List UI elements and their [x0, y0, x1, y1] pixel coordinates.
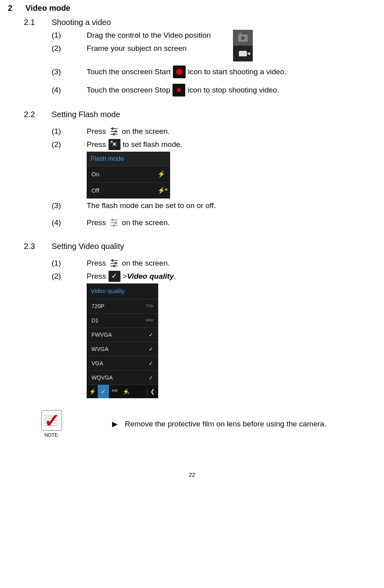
subsection-heading: 2.3 Setting Video quality	[8, 240, 376, 252]
vq-d1-row: D1480p	[87, 313, 158, 328]
camera-mode-toggle	[233, 30, 253, 62]
flash-off-icon: ⚡✕	[157, 186, 165, 195]
list-item: (1) Press on the screen.	[52, 258, 376, 269]
record-stop-icon	[173, 84, 185, 96]
vq-vga-row: VGA✓	[87, 356, 158, 370]
flash-mode-on-row: On ⚡	[87, 166, 170, 183]
list-item: (2) Frame your subject on screen	[52, 43, 230, 54]
text: .	[174, 271, 176, 282]
vq-label: D1	[91, 316, 99, 325]
settings-sliders-icon	[109, 126, 120, 137]
note-icon: ✓ NOTE:	[39, 410, 64, 439]
subsection-number: 2.1	[24, 16, 52, 28]
step-number: (1)	[52, 258, 87, 269]
text: Press	[87, 217, 106, 229]
text: to set flash mode.	[123, 139, 182, 150]
video-quality-title: Video quality	[87, 283, 158, 299]
settings-sliders-icon	[109, 258, 120, 268]
flash-on-icon: ⚡	[157, 170, 165, 179]
video-icon	[239, 51, 247, 56]
text: >	[123, 271, 127, 282]
camera-icon	[238, 35, 248, 42]
list-item: (4) Touch the onscreen Stop icon to stop…	[52, 84, 376, 96]
step-text: Touch the onscreen Start icon to start s…	[87, 66, 286, 78]
step-number: (1)	[52, 30, 87, 41]
step-number: (2)	[52, 43, 87, 54]
note-text: Remove the protective film on lens befor…	[125, 418, 326, 430]
check-icon: ✓	[149, 359, 153, 368]
subsection-title: Setting Video quality	[52, 240, 124, 252]
check-icon: ✓	[149, 345, 153, 353]
step-text: Press ✓ > Video quality .	[87, 271, 176, 282]
step-number: (3)	[52, 200, 87, 212]
flash-off-label: Off	[91, 186, 99, 195]
photo-mode	[233, 30, 252, 46]
text: Press	[87, 126, 106, 137]
step-text: Press on the screen.	[87, 126, 170, 137]
vq-label: FWVGA	[91, 331, 112, 339]
text: Press	[87, 139, 106, 150]
step-text: Press ✕⚡ to set flash mode.	[87, 139, 182, 150]
vq-flash-auto-icon: ⚡	[87, 385, 98, 398]
text: on the screen.	[122, 258, 170, 269]
step-number: (4)	[52, 217, 87, 229]
step-text: The flash mode can be set to on or off.	[87, 200, 216, 212]
check-icon: ✓	[149, 331, 153, 339]
section-heading: 2 Video mode	[8, 2, 376, 14]
section-title: Video mode	[25, 2, 70, 14]
note-block: ✓ NOTE: ▶ Remove the protective film on …	[8, 410, 376, 439]
vq-check-selected-icon: ✓	[98, 385, 109, 398]
settings-sliders-icon	[109, 218, 120, 228]
text: on the screen.	[122, 217, 170, 229]
list-item: (4) Press on the screen.	[52, 217, 376, 229]
video-quality-screenshot: Video quality 720P720p D1480p FWVGA✓ WVG…	[87, 283, 158, 398]
subsection-title: Shooting a video	[52, 16, 111, 28]
subsection-title: Setting Flash mode	[52, 108, 120, 120]
vq-wvga-row: WVGA✓	[87, 342, 158, 356]
vq-collapse-icon: ❮	[147, 385, 158, 398]
step-number: (4)	[52, 85, 87, 96]
vq-wqvga-row: WQVGA✓	[87, 370, 158, 385]
vq-720p-row: 720P720p	[87, 299, 158, 313]
list-item: (2) Press ✓ > Video quality .	[52, 271, 376, 282]
record-start-icon	[173, 66, 186, 78]
step-text: Press on the screen.	[87, 217, 170, 229]
vq-badge: 480p	[145, 318, 153, 323]
vq-fwvga-row: FWVGA✓	[87, 328, 158, 342]
vq-label: 720P	[91, 302, 105, 310]
text: Touch the onscreen Stop	[87, 85, 170, 96]
subsection-number: 2.2	[24, 108, 52, 120]
vq-label: WQVGA	[91, 374, 113, 382]
vq-label: VGA	[91, 359, 103, 368]
flash-mode-title: Flash mode	[87, 152, 170, 166]
flash-mode-screenshot: Flash mode On ⚡ Off ⚡✕	[87, 152, 170, 199]
check-icon: ✓	[149, 374, 153, 382]
subsection-heading: 2.2 Setting Flash mode	[8, 108, 376, 120]
step-number: (2)	[52, 139, 87, 150]
page-number: 22	[8, 470, 376, 480]
vq-label: WVGA	[91, 345, 109, 353]
section-number: 2	[8, 2, 25, 14]
checkmark-icon: ✓	[109, 271, 120, 282]
note-bullet-icon: ▶	[112, 419, 118, 430]
step-text: Press on the screen.	[87, 258, 170, 269]
text: Press	[87, 271, 106, 282]
video-quality-label: Video quality	[127, 271, 174, 282]
list-item: (1) Drag the control to the Video positi…	[52, 30, 230, 41]
text: Touch the onscreen Start	[87, 66, 171, 78]
step-number: (1)	[52, 126, 87, 137]
step-text: Drag the control to the Video position	[87, 30, 211, 41]
flash-mode-off-row: Off ⚡✕	[87, 183, 170, 199]
video-mode	[233, 46, 252, 61]
vq-flash-off-icon: ⚡✕	[120, 385, 131, 398]
list-item: (3) Touch the onscreen Start icon to sta…	[52, 66, 376, 78]
step-text: Frame your subject on screen	[87, 43, 186, 54]
flash-off-icon: ✕⚡	[109, 139, 120, 150]
subsection-number: 2.3	[24, 240, 52, 252]
text: on the screen.	[122, 126, 170, 137]
list-item: (3) The flash mode can be set to on or o…	[52, 200, 376, 212]
vq-badge: 720p	[145, 303, 153, 309]
text: icon to start shooting a video.	[188, 66, 286, 78]
list-item: (1) Press on the screen.	[52, 126, 376, 137]
step-text: Touch the onscreen Stop icon to stop sho…	[87, 84, 279, 96]
